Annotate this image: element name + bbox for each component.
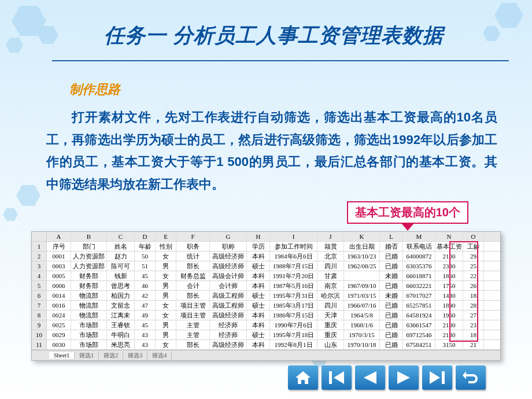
cell: 四川 — [317, 301, 344, 310]
cell: 哈尔滨 — [317, 291, 344, 300]
column-letters-row: A B C D E F G H I J K L M N O — [32, 232, 500, 242]
cell: 高级经济师 — [210, 252, 247, 261]
next-icon — [397, 371, 410, 384]
cell: 25 — [463, 261, 484, 271]
cell: 女 — [156, 252, 176, 261]
col-letter: E — [156, 232, 176, 241]
cell: 0001 — [47, 252, 71, 261]
cell: 项目主管 — [176, 311, 210, 320]
table-row: 20001人力资源部赵力50女统计高级经济师本科1984年6月6日北京1963/… — [32, 252, 500, 261]
cell: 已婚 — [380, 320, 403, 330]
home-button[interactable] — [288, 365, 318, 390]
cell: 21 — [463, 340, 484, 349]
cell: 18 — [463, 291, 484, 300]
cell: 1964/5/8 — [344, 311, 380, 320]
cell: 财务总监 — [176, 271, 210, 280]
cell: 曾思考 — [107, 281, 135, 290]
cell: 已婚 — [380, 330, 403, 339]
cell: 硕士 — [247, 291, 270, 300]
body-paragraph: 打开素材文件，先对工作表进行自动筛选，筛选出基本工资最高的10名员工，再筛选出学… — [46, 106, 497, 195]
cell: 1970/3/15 — [344, 330, 380, 339]
cell: 陈可可 — [107, 261, 135, 271]
cell: 高级工程师 — [210, 301, 247, 310]
row-number: 10 — [32, 330, 47, 339]
cell: 部长 — [176, 340, 210, 349]
cell: 1992年8月1日 — [270, 340, 317, 349]
col-letter: C — [107, 232, 135, 241]
cell: 项目主管 — [176, 301, 210, 310]
first-button[interactable] — [322, 365, 352, 390]
cell: 1986年7月15日 — [270, 311, 317, 320]
home-icon — [295, 371, 311, 384]
cell: 64000872 — [403, 252, 435, 261]
cell: 0006 — [47, 281, 71, 290]
cell: 26 — [463, 281, 484, 290]
row-number: 11 — [32, 340, 47, 349]
cell: 女 — [156, 311, 176, 320]
cell: 46 — [135, 281, 156, 290]
cell: 45 — [135, 271, 156, 280]
cell: 47 — [135, 301, 156, 310]
row-number: 4 — [32, 271, 47, 280]
cell: 王睿钦 — [107, 320, 135, 330]
cell: 1984年6月6日 — [270, 252, 317, 261]
cell: 山东 — [317, 340, 344, 349]
cell: 1990年7月6日 — [270, 320, 317, 330]
row-number: 8 — [32, 311, 47, 320]
cell: 高级经济师 — [210, 261, 247, 271]
cell: 米思亮 — [107, 340, 135, 349]
cell: 45 — [135, 320, 156, 330]
sheet-tab: 筛选4 — [147, 352, 172, 360]
cell: 67584251 — [403, 340, 435, 349]
content-block: 制作思路 打开素材文件，先对工作表进行自动筛选，筛选出基本工资最高的10名员工，… — [46, 81, 497, 195]
cell: 南京 — [317, 281, 344, 290]
cell: 0014 — [47, 291, 71, 300]
cell: 1995年7月31日 — [270, 291, 317, 300]
cell: 49 — [135, 311, 156, 320]
col-letter: A — [47, 232, 71, 241]
cell: 50 — [135, 252, 156, 261]
cell: 本科 — [247, 340, 270, 349]
cell: 0030 — [47, 340, 71, 349]
sheet-tab: 筛选3 — [123, 352, 147, 360]
prev-button[interactable] — [355, 365, 385, 390]
cell: 1967/09/10 — [344, 281, 380, 290]
callout-label: 基本工资最高的10个 — [347, 201, 468, 224]
cell: 已婚 — [380, 311, 403, 320]
cell: 人力资源部 — [71, 252, 107, 261]
table-row: 30003人力资源部陈可可51男部长高级经济师硕士1988年7月15日四川196… — [32, 261, 500, 271]
table-row: 70016物流部文留念47女项目主管高级工程师硕士1985年3月17日四川196… — [32, 301, 500, 311]
cell: 部长 — [176, 261, 210, 271]
row-number: 2 — [32, 252, 47, 261]
cell: 柏国力 — [107, 291, 135, 300]
cell: 男 — [156, 261, 176, 271]
page-title: 任务一 分析员工人事工资管理表数据 — [104, 22, 509, 49]
cell: 0024 — [47, 311, 71, 320]
cell: 会计 — [176, 281, 210, 290]
next-button[interactable] — [389, 365, 419, 390]
sheet-tab: 筛选2 — [99, 352, 123, 360]
last-button[interactable] — [422, 365, 452, 390]
subtitle: 制作思路 — [69, 81, 497, 98]
cell: 未婚 — [380, 271, 403, 280]
cell: 财务部 — [71, 281, 107, 290]
cell: 27 — [463, 311, 484, 320]
col-letter: F — [176, 232, 210, 241]
sheet-tab: 筛选1 — [75, 352, 99, 360]
cell: 北京 — [317, 252, 344, 261]
col-letter: G — [210, 232, 247, 241]
table-row: 90025市场部王睿钦45男主管经济师本科1990年7月6日重庆1968/1/6… — [32, 320, 500, 330]
header-cell: 姓名 — [107, 242, 135, 251]
return-button[interactable] — [456, 365, 486, 390]
cell: 3150 — [435, 340, 463, 349]
cell: 43 — [135, 340, 156, 349]
cell: 天津 — [317, 311, 344, 320]
cell: 0003 — [47, 261, 71, 271]
header-cell: 学历 — [247, 242, 270, 251]
cell: 66032221 — [403, 281, 435, 290]
cell: 1966/07/16 — [344, 301, 380, 310]
header-cell: 基本工资 — [435, 242, 463, 251]
cell: 人力资源部 — [71, 261, 107, 271]
table-row: 40005财务部钱新45女财务总监高级会计师本科1991年7月20日甘肃未婚66… — [32, 271, 500, 281]
last-icon — [430, 371, 445, 384]
